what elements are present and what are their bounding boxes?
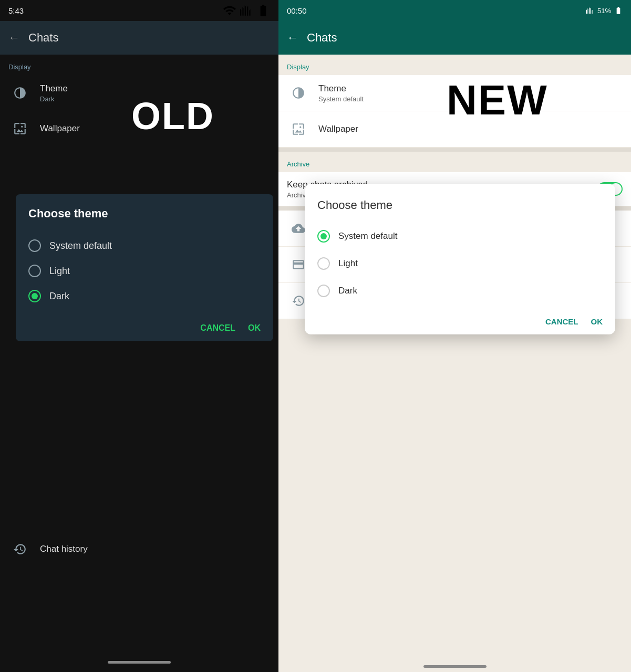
archive-section-label-right: Archive bbox=[278, 152, 631, 172]
app-bar-title-right: Chats bbox=[307, 31, 337, 45]
display-section-label-left: Display bbox=[0, 55, 278, 75]
dialog-actions-left: Cancel OK bbox=[28, 319, 261, 333]
dialog-title-left: Choose theme bbox=[28, 207, 261, 220]
display-section-label-right: Display bbox=[278, 55, 631, 75]
back-arrow-left[interactable]: ← bbox=[8, 31, 20, 45]
status-bar-right: 00:50 51% bbox=[278, 0, 631, 21]
wallpaper-content-left: Wallpaper bbox=[40, 123, 80, 134]
radio-circle-system-default-right bbox=[317, 230, 330, 243]
wallpaper-icon-left bbox=[8, 117, 32, 140]
right-panel: 00:50 51% ← Chats Display Theme bbox=[278, 0, 631, 672]
left-panel: 5:43 ← Chats Display bbox=[0, 0, 278, 672]
backup-svg-icon-right bbox=[292, 222, 305, 235]
old-label: OLD bbox=[131, 94, 214, 138]
status-time-right: 00:50 bbox=[287, 6, 307, 15]
section-divider-1-right bbox=[278, 148, 631, 152]
wallpaper-icon-right bbox=[287, 118, 310, 141]
radio-inner-system-default-right bbox=[320, 233, 327, 239]
dialog-title-right: Choose theme bbox=[317, 198, 603, 212]
theme-subtitle-left: Dark bbox=[40, 95, 68, 103]
radio-dark-left[interactable]: Dark bbox=[28, 284, 261, 309]
theme-icon-right bbox=[287, 81, 310, 104]
cancel-button-right[interactable]: Cancel bbox=[545, 317, 578, 326]
status-bar-left: 5:43 bbox=[0, 0, 278, 21]
chat-history-icon-left bbox=[8, 538, 32, 561]
chat-history-content-left: Chat history bbox=[40, 544, 88, 554]
radio-label-dark-left: Dark bbox=[49, 291, 69, 302]
radio-light-left[interactable]: Light bbox=[28, 258, 261, 284]
radio-label-light-right: Light bbox=[338, 258, 358, 269]
cancel-button-left[interactable]: Cancel bbox=[200, 323, 235, 333]
back-arrow-right[interactable]: ← bbox=[287, 31, 298, 45]
wallpaper-svg-icon-right bbox=[292, 122, 305, 136]
battery-icon-right bbox=[614, 6, 623, 15]
history-svg-icon-right bbox=[292, 294, 305, 308]
radio-circle-dark-right bbox=[317, 285, 330, 297]
wallpaper-title-left: Wallpaper bbox=[40, 123, 80, 134]
status-icons-right: 51% bbox=[586, 6, 623, 15]
wallpaper-content-right: Wallpaper bbox=[318, 124, 623, 134]
theme-svg-icon bbox=[13, 86, 27, 100]
radio-label-light-left: Light bbox=[49, 266, 70, 277]
radio-system-default-right[interactable]: System default bbox=[317, 223, 603, 250]
radio-dark-right[interactable]: Dark bbox=[317, 277, 603, 304]
radio-circle-light-right bbox=[317, 257, 330, 270]
wallpaper-svg-icon bbox=[13, 122, 27, 135]
theme-content-left: Theme Dark bbox=[40, 83, 68, 103]
signal-icon bbox=[240, 4, 253, 17]
new-label: NEW bbox=[447, 76, 548, 124]
home-bar-left bbox=[108, 661, 171, 664]
choose-theme-dialog-left: Choose theme System default Light Dark C… bbox=[16, 194, 273, 341]
radio-light-right[interactable]: Light bbox=[317, 250, 603, 277]
theme-svg-icon-right bbox=[292, 86, 305, 100]
dialog-actions-right: Cancel OK bbox=[317, 313, 603, 326]
radio-circle-light-left bbox=[28, 265, 41, 277]
app-bar-left: ← Chats bbox=[0, 21, 278, 55]
radio-circle-system-default-left bbox=[28, 239, 41, 252]
choose-theme-dialog-right: Choose theme System default Light Dark C… bbox=[305, 184, 615, 334]
history-svg-icon bbox=[13, 542, 27, 556]
theme-title-left: Theme bbox=[40, 83, 68, 94]
radio-label-dark-right: Dark bbox=[338, 286, 357, 296]
radio-label-system-default-right: System default bbox=[338, 231, 397, 242]
transfer-svg-icon-right bbox=[292, 258, 305, 271]
app-bar-right: ← Chats bbox=[278, 21, 631, 55]
radio-inner-dark-left bbox=[32, 293, 38, 299]
chat-history-title-left: Chat history bbox=[40, 544, 88, 554]
battery-icon bbox=[256, 4, 270, 17]
wifi-icon bbox=[223, 4, 236, 17]
radio-label-system-default-left: System default bbox=[49, 240, 112, 251]
status-icons-left bbox=[223, 4, 270, 17]
theme-icon-left bbox=[8, 81, 32, 104]
signal-icon-right bbox=[586, 6, 594, 15]
wallpaper-title-right: Wallpaper bbox=[318, 124, 623, 134]
ok-button-right[interactable]: OK bbox=[591, 317, 603, 326]
radio-system-default-left[interactable]: System default bbox=[28, 233, 261, 258]
ok-button-left[interactable]: OK bbox=[248, 323, 261, 333]
chat-history-item-left[interactable]: Chat history bbox=[0, 531, 278, 567]
chat-history-section-left: Chat history bbox=[0, 531, 278, 567]
status-time-left: 5:43 bbox=[8, 6, 24, 15]
settings-content-right: Display Theme System default Wallpaper bbox=[278, 55, 631, 672]
home-bar-right bbox=[423, 665, 487, 668]
battery-percent-right: 51% bbox=[597, 7, 611, 15]
radio-circle-dark-left bbox=[28, 290, 41, 302]
app-bar-title-left: Chats bbox=[28, 31, 58, 45]
